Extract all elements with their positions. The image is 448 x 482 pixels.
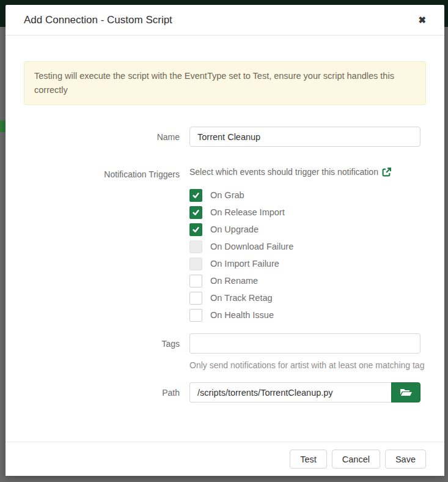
close-icon[interactable]: ✖ xyxy=(418,15,426,24)
trigger-row[interactable]: On Release Import xyxy=(189,204,420,221)
trigger-label: On Health Issue xyxy=(210,310,274,320)
trigger-checkbox-6[interactable] xyxy=(189,292,202,305)
trigger-label: On Track Retag xyxy=(210,293,273,303)
trigger-label: On Download Failure xyxy=(210,242,293,251)
name-row: Name xyxy=(24,127,426,147)
trigger-checkbox-3 xyxy=(189,240,202,253)
tags-help-text: Only send notifications for artist with … xyxy=(189,358,428,373)
path-label: Path xyxy=(24,382,189,398)
trigger-label: On Import Failure xyxy=(210,259,279,269)
trigger-row[interactable]: On Track Retag xyxy=(189,289,420,306)
triggers-row: Notification Triggers Select which event… xyxy=(24,164,426,333)
modal-title: Add Connection - Custom Script xyxy=(24,14,172,26)
trigger-checkbox-1[interactable] xyxy=(189,206,202,219)
browse-path-button[interactable] xyxy=(391,382,420,402)
modal-body: Testing will execute the script with the… xyxy=(6,35,444,442)
trigger-checkbox-7[interactable] xyxy=(189,309,202,322)
trigger-checkbox-2[interactable] xyxy=(189,223,202,236)
trigger-checkbox-list: On Grab On Release Import On Upgrade On … xyxy=(189,187,420,324)
trigger-label: On Rename xyxy=(210,276,258,286)
name-label: Name xyxy=(24,127,189,142)
trigger-checkbox-5[interactable] xyxy=(189,275,202,287)
triggers-label: Notification Triggers xyxy=(24,164,189,179)
add-connection-modal: Add Connection - Custom Script ✖ Testing… xyxy=(6,5,444,476)
save-button[interactable]: Save xyxy=(385,450,426,469)
trigger-checkbox-0[interactable] xyxy=(189,189,202,202)
trigger-checkbox-4 xyxy=(189,258,202,270)
trigger-label: On Upgrade xyxy=(210,224,259,234)
trigger-label: On Release Import xyxy=(210,207,285,217)
tags-input[interactable] xyxy=(189,333,420,354)
tags-row: Tags Only send notifications for artist … xyxy=(24,333,426,373)
trigger-row[interactable]: On Upgrade xyxy=(189,221,420,238)
triggers-hint: Select which events should trigger this … xyxy=(189,164,420,177)
trigger-row: On Download Failure xyxy=(189,238,420,255)
trigger-row: On Import Failure xyxy=(189,255,420,272)
tags-label: Tags xyxy=(24,333,189,349)
cancel-button[interactable]: Cancel xyxy=(332,450,380,469)
external-link-icon[interactable] xyxy=(382,168,391,177)
path-input[interactable] xyxy=(189,382,391,402)
name-input[interactable] xyxy=(189,127,420,147)
path-row: Path xyxy=(24,382,426,402)
modal-footer: Test Cancel Save xyxy=(6,442,444,476)
test-warning-alert: Testing will execute the script with the… xyxy=(24,61,426,105)
folder-open-icon xyxy=(400,388,412,397)
trigger-row[interactable]: On Rename xyxy=(189,272,420,289)
trigger-row[interactable]: On Health Issue xyxy=(189,306,420,324)
test-button[interactable]: Test xyxy=(290,450,327,469)
trigger-row[interactable]: On Grab xyxy=(189,187,420,204)
triggers-hint-text: Select which events should trigger this … xyxy=(189,167,378,177)
trigger-label: On Grab xyxy=(210,190,244,200)
modal-header: Add Connection - Custom Script ✖ xyxy=(6,5,444,35)
